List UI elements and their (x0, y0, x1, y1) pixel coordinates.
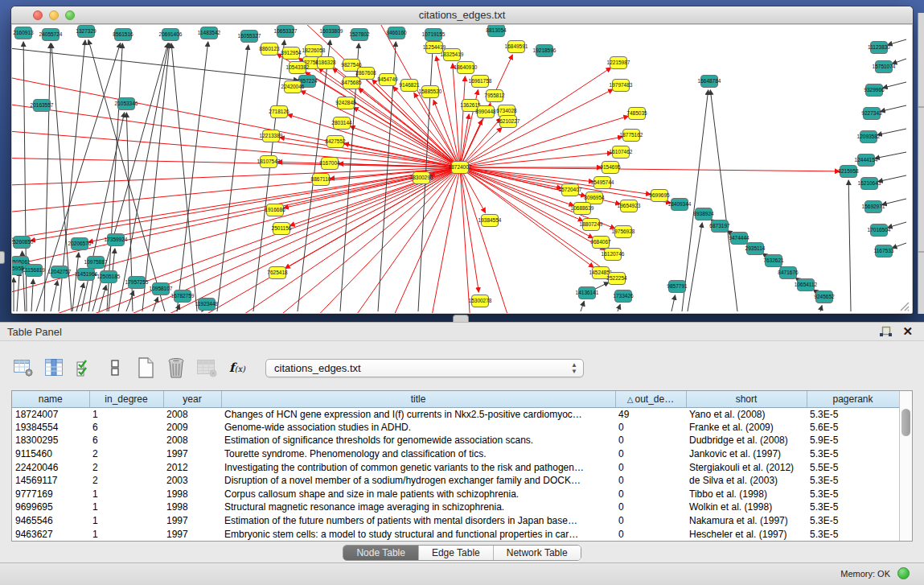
table-cell[interactable]: 14569117 (12, 474, 89, 488)
tab-node-table[interactable]: Node Table (343, 546, 418, 560)
graph-node[interactable]: 18107547 (257, 156, 281, 168)
graph-node[interactable]: 2501156 (272, 223, 292, 235)
graph-node[interactable]: 20691406 (159, 29, 183, 41)
column-header-year[interactable]: year (163, 391, 221, 407)
table-cell[interactable]: Structural magnetic resonance image aver… (221, 501, 615, 514)
column-header-out_de[interactable]: △out_de… (615, 391, 686, 407)
graph-node[interactable]: 11483542 (198, 27, 221, 39)
create-column-button[interactable] (133, 356, 158, 380)
graph-node[interactable]: 12444154 (855, 154, 878, 167)
graph-node[interactable]: 8860123 (259, 43, 280, 56)
graph-node[interactable]: 2935114 (745, 243, 766, 255)
graph-node[interactable]: 18226058 (302, 45, 326, 57)
splitter-notch-left[interactable] (0, 251, 5, 264)
graph-node[interactable]: 9154695 (600, 162, 621, 174)
table-row[interactable]: 946362711997Embryonic stem cells: a mode… (12, 527, 899, 541)
graph-node[interactable]: 18724007 (449, 162, 472, 174)
graph-node[interactable]: 2522254 (606, 273, 627, 285)
graph-node[interactable]: 12093582 (857, 131, 881, 143)
table-cell[interactable]: Corpus callosum shape and size in male p… (221, 488, 615, 501)
column-header-name[interactable]: name (12, 391, 89, 407)
delete-column-button[interactable] (164, 356, 188, 380)
graph-node[interactable]: 12213389 (260, 130, 283, 142)
graph-node[interactable]: 18409344 (668, 199, 692, 211)
graph-node[interactable]: 18807249 (580, 219, 603, 231)
table-row[interactable]: 911546021997Tourette syndrome. Phenomeno… (12, 447, 899, 461)
graph-node[interactable]: 11123830 (868, 42, 890, 54)
table-cell[interactable]: 1997 (163, 514, 221, 528)
graph-node[interactable]: 11923448 (195, 299, 219, 311)
table-cell[interactable]: Hescheler et al. (1997) (686, 527, 807, 541)
graph-node[interactable]: 9857791 (667, 281, 688, 293)
window-titlebar[interactable]: citations_edges.txt (11, 6, 913, 24)
float-panel-icon[interactable] (879, 326, 892, 338)
graph-node[interactable]: 8561516 (113, 29, 133, 41)
column-header-pagerank[interactable]: pagerank (807, 391, 899, 407)
table-cell[interactable]: Franke et al. (2009) (686, 421, 807, 435)
graph-node[interactable]: 8867110 (311, 174, 331, 186)
graph-node[interactable]: 1327329 (76, 26, 97, 38)
graph-node[interactable]: 20163557 (31, 100, 54, 112)
table-cell[interactable]: Genome-wide association studies in ADHD. (221, 421, 615, 435)
table-cell[interactable]: 2009 (163, 421, 221, 435)
table-row[interactable]: 977716911998Corpus callosum shape and si… (12, 488, 899, 501)
network-canvas[interactable]: 1872400721609132405572413273298561516206… (12, 25, 912, 313)
graph-node[interactable]: 16210643 (858, 178, 881, 190)
table-cell[interactable]: 5.3E-5 (807, 514, 899, 528)
table-cell[interactable]: 2 (89, 474, 163, 488)
table-cell[interactable]: 9115460 (12, 447, 89, 461)
graph-node[interactable]: 10653327 (274, 26, 298, 38)
table-cell[interactable]: 6 (89, 434, 163, 447)
table-cell[interactable]: 0 (615, 527, 686, 541)
graph-node[interactable]: 16782759 (171, 290, 195, 303)
table-row[interactable]: 1872400712008Changes of HCN gene express… (12, 407, 899, 421)
graph-node[interactable]: 17359924 (105, 234, 128, 246)
graph-node[interactable]: 18775162 (620, 130, 643, 142)
graph-node[interactable]: 19756928 (612, 226, 635, 238)
graph-node[interactable]: 10975887 (84, 257, 108, 269)
column-header-short[interactable]: short (686, 391, 807, 407)
table-cell[interactable]: Changes of HCN gene expression and I(f) … (221, 407, 615, 421)
table-cell[interactable]: Disruption of a novel member of a sodium… (221, 474, 615, 488)
table-cell[interactable]: 9465546 (12, 514, 89, 528)
graph-node[interactable]: 7625418 (267, 267, 288, 279)
graph-node[interactable]: 16849591 (505, 41, 528, 53)
graph-node[interactable]: 2160913 (13, 27, 34, 39)
graph-node[interactable]: 12505185 (97, 271, 121, 283)
table-cell[interactable]: 0 (615, 501, 686, 514)
graph-node[interactable]: 17957255 (125, 277, 149, 289)
table-cell[interactable]: Embryonic stem cells: a model to study s… (221, 527, 615, 541)
table-row[interactable]: 1830029562008Estimation of significance … (12, 434, 899, 447)
tab-edge-table[interactable]: Edge Table (418, 546, 493, 560)
table-scrollbar[interactable] (899, 391, 912, 541)
table-cell[interactable]: 1 (89, 527, 163, 541)
graph-node[interactable]: 8427552 (325, 136, 346, 148)
graph-node[interactable]: 1733426 (613, 290, 634, 303)
graph-node[interactable]: 16961758 (469, 76, 492, 88)
graph-node[interactable]: 9684067 (590, 237, 611, 249)
graph-node[interactable]: 8471676 (778, 267, 799, 279)
graph-node[interactable]: 8186328 (315, 57, 336, 69)
graph-node[interactable]: 2803144 (331, 117, 352, 130)
table-cell[interactable]: 0 (615, 488, 686, 501)
table-row[interactable]: 2242004622012Investigating the contribut… (12, 460, 899, 474)
table-cell[interactable]: 2008 (163, 434, 221, 447)
table-cell[interactable]: 2 (89, 460, 163, 474)
table-cell[interactable]: 0 (615, 447, 686, 461)
graph-node[interactable]: 9227343 (861, 108, 882, 120)
table-cell[interactable]: 5.3E-5 (807, 474, 899, 488)
table-cell[interactable]: 9463627 (12, 527, 89, 541)
graph-node[interactable]: 15300278 (469, 295, 492, 307)
table-cell[interactable]: 19384554 (12, 421, 89, 435)
graph-node[interactable]: 10719155 (422, 29, 446, 41)
table-cell[interactable]: 2003 (163, 474, 221, 488)
graph-node[interactable]: 15885520 (419, 86, 442, 98)
table-cell[interactable]: 0 (615, 421, 686, 435)
table-cell[interactable]: Wolkin et al. (1998) (686, 501, 807, 514)
table-cell[interactable]: 0 (615, 474, 686, 488)
table-cell[interactable]: 1997 (163, 527, 221, 541)
table-cell[interactable]: 0 (615, 434, 686, 447)
table-row[interactable]: 1938455462009Genome-wide association stu… (12, 421, 899, 435)
table-cell[interactable]: 5.3E-5 (807, 407, 899, 421)
show-columns-button[interactable] (42, 356, 66, 380)
